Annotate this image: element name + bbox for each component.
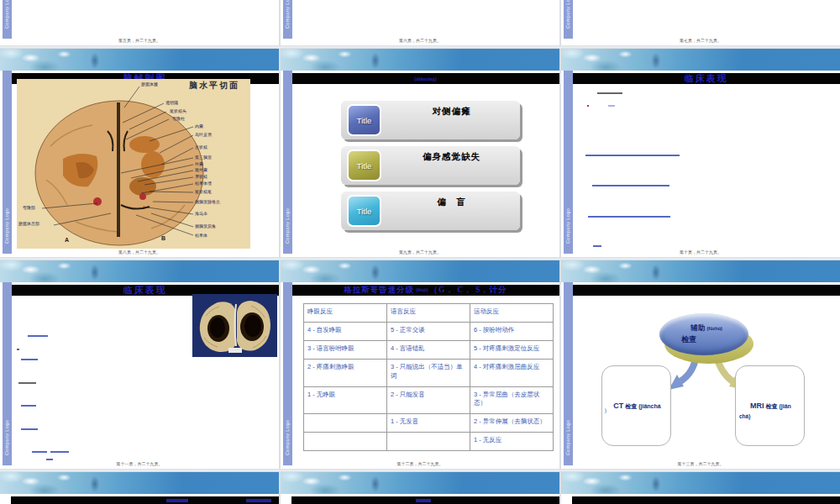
anatomy-label: 豆状核 [195, 145, 207, 150]
company-logo-label: Company Logo [4, 208, 9, 244]
slide-thumbnail-page16[interactable] [561, 472, 840, 504]
mri-wrap-text: chá) [739, 413, 750, 419]
table-cell: 4 - 对疼痛刺激屈曲反应 [470, 360, 554, 386]
anatomy-label: 最外囊 [195, 168, 207, 172]
surgery-banner-image [561, 49, 840, 71]
company-logo-label: Company Logo [285, 0, 290, 29]
faint-title-text [246, 499, 271, 502]
oval-label-line2: 检查 [681, 334, 696, 345]
page-number-footer: 第七页，共二十九页。 [561, 38, 840, 43]
brain-coronal-section-photo [192, 294, 277, 357]
text-line [21, 405, 36, 407]
company-logo-sidebar: Company Logo [564, 282, 573, 465]
slide-thumbnail-page11-clinical[interactable]: 临床表现 Company Logo 第十一 [0, 260, 279, 469]
table-cell: 2 - 疼痛刺激睁眼 [304, 360, 387, 386]
exam-oval-node: 辅助 (fǔzhù) 检查 [659, 313, 753, 365]
slide-thumbnail-page5[interactable]: Company Logo 第五页，共二十九页。 [0, 0, 279, 45]
slide-thumbnail-page9-symptoms[interactable]: (diǎnxíng) Company Logo Title 对侧偏瘫 Title… [281, 49, 559, 257]
table-cell: 1 - 无睁眼 [304, 386, 387, 413]
slide-title: 临床表现 [572, 73, 840, 84]
ct-exam-box: ） CT CT 检查 (jiǎnchá 检查 (jiǎnchá [601, 365, 671, 446]
gcs-title-pinyin: (fēnjí) [416, 288, 428, 293]
slide-title: 格拉斯哥昏迷分级 (fēnjí) （G． C． S．计分 [291, 285, 559, 296]
table-cell [387, 433, 470, 451]
company-logo-sidebar: Company Logo [564, 0, 573, 39]
ct-suffix: 检查 (jiǎnchá [625, 403, 660, 409]
table-cell: 3 - 只能说出（不适当）单词 [387, 360, 470, 386]
page-number-footer: 第十二页，共二十九页。 [281, 461, 559, 466]
slide-thumbnail-page12-gcs[interactable]: 格拉斯哥昏迷分级 (fēnjí) （G． C． S．计分 Company Log… [281, 260, 559, 469]
brain-axial-section-figure: 脑水平切面 胼胝体膝 透明隔 尾状核头 穹隆柱 内囊 岛叶皮质 豆状核 第三脑室… [17, 79, 250, 249]
anatomy-label: 侧脑室脉络丛 [195, 200, 220, 204]
slide-thumbnail-page14[interactable] [0, 472, 279, 504]
text-line [17, 349, 19, 350]
text-line [28, 335, 48, 337]
title-button: Title [347, 195, 381, 227]
surgery-banner-image [0, 49, 279, 71]
figure-letter-b: B [161, 235, 165, 241]
table-header-cell: 运动反应 [470, 304, 554, 323]
anatomy-label: 穹隆部 [23, 206, 35, 210]
company-logo-sidebar: Company Logo [564, 71, 573, 254]
anatomy-label: 内囊 [195, 124, 203, 129]
anatomy-label: 海马伞 [195, 212, 207, 216]
text-line [588, 216, 670, 218]
anatomy-label: 侧脑室后角 [195, 224, 216, 228]
page-number-footer: 第九页，共二十九页。 [281, 249, 559, 255]
surgery-banner-image [281, 49, 559, 71]
oval-label-line1: 辅助 (fǔzhù) [659, 323, 753, 333]
slide-thumbnail-page10-clinical[interactable]: 临床表现 Company Logo 第十页，共二十九页。 [561, 49, 840, 257]
table-row: 1 - 无睁眼 2 - 只能发音 3 - 异常屈曲（去皮层状态） [304, 386, 554, 413]
table-cell [304, 433, 387, 451]
company-logo-label: Company Logo [565, 208, 570, 244]
slide-thumbnail-page8-anatomy[interactable]: 脑解剖图 Company Logo [0, 49, 279, 257]
company-logo-sidebar: Company Logo [283, 282, 292, 465]
company-logo-sidebar: Company Logo [283, 71, 292, 254]
text-line [32, 451, 47, 453]
symptom-text: 偏身感觉缺失 [390, 151, 513, 163]
text-line [597, 92, 622, 94]
table-row: 1 - 无反应 [304, 433, 554, 451]
company-logo-sidebar: Company Logo [3, 71, 12, 254]
page-number-footer: 第十页，共二十九页。 [561, 249, 840, 255]
oval-pinyin-text: (fǔzhù) [707, 326, 722, 331]
oval-main-text: 辅助 [690, 323, 705, 332]
mri-exam-box: MRI 检查 (jiǎn chá) [735, 365, 805, 446]
company-logo-label: Company Logo [285, 208, 290, 244]
slide-grid: Company Logo 第五页，共二十九页。 Company Logo 第六页… [0, 0, 840, 504]
anatomy-label: 穹隆柱 [172, 117, 185, 121]
slide-title [572, 285, 840, 296]
anatomy-label: 尾状核尾 [195, 190, 212, 194]
text-line [50, 451, 69, 453]
table-cell: 1 - 无发音 [387, 413, 470, 432]
slide-thumbnail-page15[interactable] [281, 472, 559, 504]
table-cell [304, 413, 387, 432]
table-row: 1 - 无发音 2 - 异常伸展（去脑状态） [304, 413, 554, 432]
slide-title [11, 496, 279, 504]
slide-title: (diǎnxíng) [291, 73, 559, 84]
surgery-banner-image [281, 472, 559, 494]
symptom-bar: Title 对侧偏瘫 [341, 101, 520, 139]
table-header-cell: 睁眼反应 [304, 304, 387, 323]
anatomy-label: 松果体 [195, 234, 207, 238]
company-logo-label: Company Logo [565, 420, 570, 455]
anatomy-label: 第三脑室 [195, 155, 212, 160]
ct-text: CT [613, 402, 623, 410]
table-cell: 4 - 自发睁眼 [304, 323, 387, 341]
slide-thumbnail-page7[interactable]: Company Logo 第七页，共二十九页。 [561, 0, 840, 45]
surgery-banner-image [0, 260, 279, 282]
anatomy-label: 胼胝体压部 [18, 222, 39, 226]
slide-thumbnail-page6[interactable]: Company Logo 第六页，共二十九页。 [281, 0, 559, 45]
table-cell: 2 - 异常伸展（去脑状态） [470, 413, 554, 432]
anatomy-label: 透明隔 [165, 101, 178, 105]
surgery-banner-image [561, 260, 840, 282]
table-cell: 5 - 正常交谈 [387, 323, 470, 341]
table-row: 4 - 自发睁眼 5 - 正常交谈 6 - 按吩咐动作 [304, 323, 554, 341]
text-line [592, 185, 669, 186]
anatomy-label: 胼胝体膝 [141, 82, 158, 87]
company-logo-label: Company Logo [285, 420, 290, 455]
slide-content: 辅助 (fǔzhù) 检查 ） CT CT 检查 (jiǎnchá 检查 (ji… [573, 296, 838, 462]
text-line [593, 245, 601, 247]
anatomy-label: 外囊 [195, 162, 203, 166]
slide-thumbnail-page13-exam[interactable]: Company Logo 辅助 (fǔzhù) 检查 ） [561, 260, 840, 469]
